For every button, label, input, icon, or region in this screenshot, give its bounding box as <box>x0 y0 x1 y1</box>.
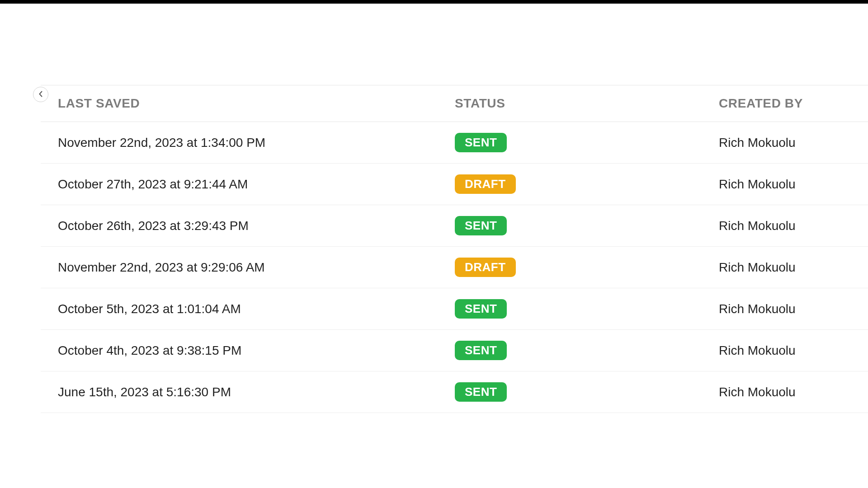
table-row[interactable]: October 26th, 2023 at 3:29:43 PMSENTRich… <box>41 205 868 247</box>
column-header-last-saved[interactable]: LAST SAVED <box>58 96 140 110</box>
status-badge: SENT <box>455 341 507 360</box>
table-row[interactable]: November 22nd, 2023 at 1:34:00 PMSENTRic… <box>41 122 868 164</box>
cell-last-saved: October 4th, 2023 at 9:38:15 PM <box>58 343 241 357</box>
back-button[interactable] <box>33 87 48 102</box>
cell-created-by: Rich Mokuolu <box>719 343 796 357</box>
cell-created-by: Rich Mokuolu <box>719 219 796 233</box>
cell-created-by: Rich Mokuolu <box>719 260 796 274</box>
status-badge: DRAFT <box>455 258 516 277</box>
table-header-row: LAST SAVED STATUS CREATED BY <box>41 85 868 122</box>
cell-created-by: Rich Mokuolu <box>719 177 796 191</box>
table-row[interactable]: October 4th, 2023 at 9:38:15 PMSENTRich … <box>41 330 868 371</box>
column-header-created-by[interactable]: CREATED BY <box>719 96 803 110</box>
table-row[interactable]: October 27th, 2023 at 9:21:44 AMDRAFTRic… <box>41 164 868 205</box>
chevron-left-icon <box>38 91 43 99</box>
cell-created-by: Rich Mokuolu <box>719 136 796 150</box>
cell-last-saved: November 22nd, 2023 at 1:34:00 PM <box>58 136 265 150</box>
status-badge: DRAFT <box>455 174 516 194</box>
cell-last-saved: October 5th, 2023 at 1:01:04 AM <box>58 302 241 316</box>
top-bar <box>0 0 868 4</box>
status-badge: SENT <box>455 216 507 235</box>
table-row[interactable]: October 5th, 2023 at 1:01:04 AMSENTRich … <box>41 288 868 330</box>
table-row[interactable]: November 22nd, 2023 at 9:29:06 AMDRAFTRi… <box>41 247 868 288</box>
cell-created-by: Rich Mokuolu <box>719 302 796 316</box>
cell-last-saved: October 27th, 2023 at 9:21:44 AM <box>58 177 248 191</box>
content-area: LAST SAVED STATUS CREATED BY November 22… <box>0 4 868 413</box>
cell-last-saved: November 22nd, 2023 at 9:29:06 AM <box>58 260 265 274</box>
status-badge: SENT <box>455 382 507 402</box>
cell-last-saved: October 26th, 2023 at 3:29:43 PM <box>58 219 249 233</box>
column-header-status[interactable]: STATUS <box>455 96 505 110</box>
status-badge: SENT <box>455 133 507 152</box>
table-row[interactable]: June 15th, 2023 at 5:16:30 PMSENTRich Mo… <box>41 371 868 413</box>
cell-last-saved: June 15th, 2023 at 5:16:30 PM <box>58 385 231 399</box>
records-table: LAST SAVED STATUS CREATED BY November 22… <box>41 85 868 413</box>
cell-created-by: Rich Mokuolu <box>719 385 796 399</box>
status-badge: SENT <box>455 299 507 319</box>
